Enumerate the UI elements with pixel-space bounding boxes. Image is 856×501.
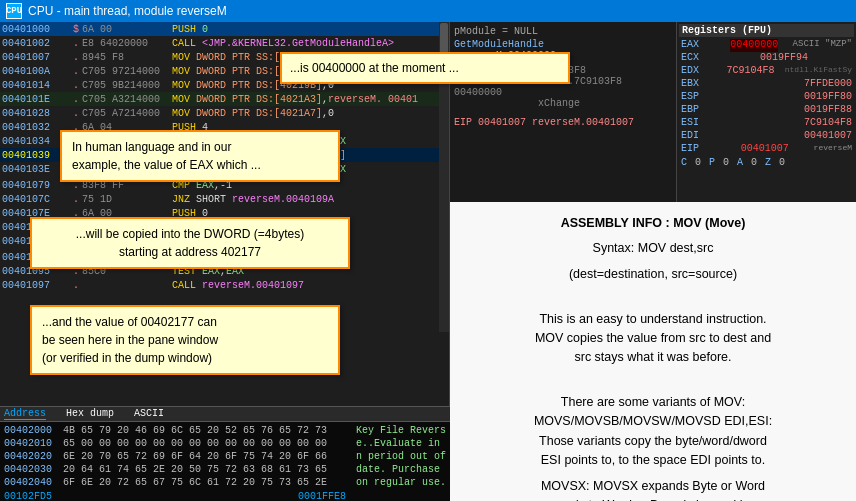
reg-eax: EAX 00400000 ASCII "MZP" [679,39,854,52]
left-panel: 00401000 $ 6A 00 PUSH 0 00401002 . E8 64… [0,22,450,501]
reg-ebp: EBP 0019FF88 [679,104,854,117]
module-addr: GetModuleHandle [454,39,672,50]
info-box-4: ...and the value of 00402177 can be seen… [30,305,340,375]
table-row[interactable]: 00401000 $ 6A 00 PUSH 0 [0,22,449,36]
tab-hex-dump[interactable]: Hex dump [66,408,114,420]
table-row[interactable]: 00402030 20 64 61 74 65 2E 20 50 75 72 6… [4,463,446,476]
table-row[interactable]: 00402010 65 00 00 00 00 00 00 00 00 00 0… [4,437,446,450]
tab-ascii[interactable]: ASCII [134,408,164,420]
reg-esi: ESI 7C9104F8 [679,117,854,130]
flags-row: C 0 P 0 A 0 Z 0 [679,156,854,169]
description3: MOVSX: MOVSX expands Byte or Word operan… [466,477,840,502]
assembly-title: ASSEMBLY INFO : MOV (Move) [466,214,840,233]
info-box-2: In human language and in our example, th… [60,130,340,182]
bottom-panel: Address Hex dump ASCII 00402000 4B 65 79… [0,406,450,501]
bottom-footer: 00102FD5 0001FFE8 [4,489,446,501]
right-side: pModule = NULL GetModuleHandle reverseM.… [450,22,856,501]
eip-line: EIP 00401007 reverseM.00401007 [454,117,672,128]
registers-panel: Registers (FPU) EAX 00400000 ASCII "MZP"… [676,22,856,202]
bottom-tabs: Address Hex dump ASCII [0,407,450,422]
table-row[interactable]: 00402040 6F 6E 20 72 65 67 75 6C 61 72 2… [4,476,446,489]
table-row[interactable]: 0040107C . 75 1D JNZ SHORT reverseM.0040… [0,192,449,206]
description1: This is an easy to understand instructio… [466,310,840,368]
description2: There are some variants of MOV: MOVS/MOV… [466,393,840,471]
reg-edx: EDX 7C9104F8 ntdll.KiFastSy [679,65,854,78]
watch-label: pModule = NULL [454,26,672,37]
main-area: 00401000 $ 6A 00 PUSH 0 00401002 . E8 64… [0,22,856,501]
reg-eip: EIP 00401007 reverseM [679,143,854,156]
reg-ebx: EBX 7FFDE000 [679,78,854,91]
reg-ecx: ECX 0019FF94 [679,52,854,65]
top-right: pModule = NULL GetModuleHandle reverseM.… [450,22,856,202]
hex-dump-content: 00402000 4B 65 79 20 46 69 6C 65 20 52 6… [0,422,450,501]
window-title: CPU - main thread, module reverseM [28,4,227,18]
info-box-3: ...will be copied into the DWORD (=4byte… [30,217,350,269]
app-icon: CPU [6,3,22,19]
assembly-destsrc: (dest=destination, src=source) [466,265,840,284]
info-panel: ASSEMBLY INFO : MOV (Move) Syntax: MOV d… [450,202,856,501]
watch-panel: pModule = NULL GetModuleHandle reverseM.… [450,22,676,202]
reg-esp: ESP 0019FF80 [679,91,854,104]
title-bar: CPU CPU - main thread, module reverseM [0,0,856,22]
assembly-syntax: Syntax: MOV dest,src [466,239,840,258]
table-row[interactable]: 00402000 4B 65 79 20 46 69 6C 65 20 52 6… [4,424,446,437]
table-row[interactable]: 00401028 . C705 A7214000 MOV DWORD PTR D… [0,106,449,120]
info-box-1: ...is 00400000 at the moment ... [280,52,570,84]
table-row[interactable]: 00401002 . E8 64020000 CALL <JMP.&KERNEL… [0,36,449,50]
table-row[interactable]: 0040101E . C705 A3214000 MOV DWORD PTR D… [0,92,449,106]
reg-edi: EDI 00401007 [679,130,854,143]
table-row[interactable]: 00401097 . CALL reverseM.00401097 [0,278,449,292]
registers-header: Registers (FPU) [679,24,854,37]
tab-address[interactable]: Address [4,408,46,420]
table-row[interactable]: 00402020 6E 20 70 65 72 69 6F 64 20 6F 7… [4,450,446,463]
